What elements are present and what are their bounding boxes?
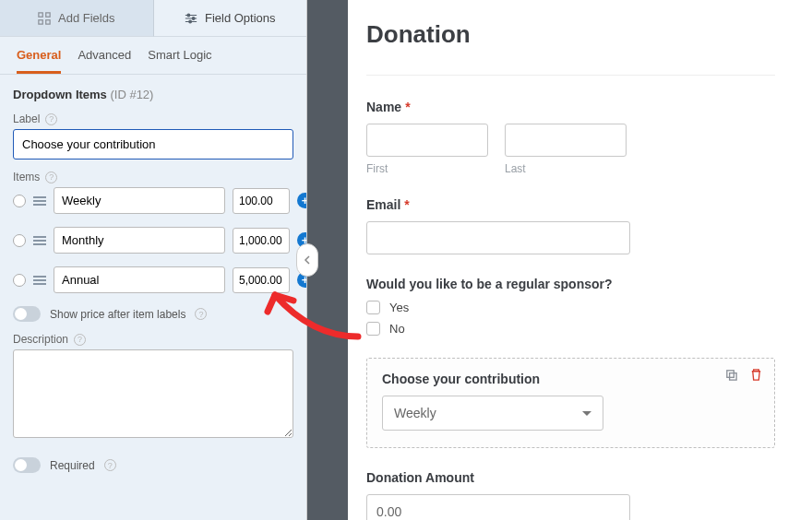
tab-add-fields[interactable]: Add Fields	[0, 0, 154, 37]
default-radio[interactable]	[13, 195, 26, 207]
item-price-input[interactable]	[233, 228, 290, 254]
help-icon[interactable]: ?	[45, 171, 57, 183]
help-icon[interactable]: ?	[104, 459, 116, 471]
item-name-input[interactable]	[54, 266, 225, 293]
svg-rect-7	[727, 371, 734, 378]
required-label: Required	[50, 459, 95, 472]
form-preview: Donation Name* First Last Email*	[348, 0, 812, 520]
required-toggle[interactable]	[13, 457, 41, 473]
contribution-dropdown[interactable]: Weekly	[382, 396, 603, 431]
option-no[interactable]: No	[366, 322, 775, 336]
grid-icon	[38, 12, 51, 25]
option-yes-label: Yes	[389, 301, 409, 314]
divider	[366, 75, 775, 76]
tab-field-options[interactable]: Field Options	[154, 0, 307, 37]
svg-point-6	[189, 20, 192, 23]
description-textarea[interactable]	[13, 349, 293, 438]
subtab-general[interactable]: General	[17, 48, 61, 74]
donation-amount-field: Donation Amount 0.00	[366, 470, 775, 520]
field-group-title: Dropdown Items (ID #12)	[13, 88, 293, 101]
option-no-label: No	[389, 322, 405, 336]
svg-rect-1	[46, 12, 50, 16]
form-title: Donation	[366, 20, 775, 49]
dropdown-selected-value: Weekly	[394, 406, 436, 420]
name-label: Name*	[366, 100, 775, 114]
email-input[interactable]	[366, 221, 630, 254]
help-icon[interactable]: ?	[74, 334, 86, 346]
drag-handle-icon[interactable]	[33, 276, 46, 285]
field-group-name: Dropdown Items	[13, 88, 107, 101]
option-yes[interactable]: Yes	[366, 301, 775, 314]
chevron-down-icon	[582, 411, 591, 416]
builder-sidebar: Add Fields Field Options General Advance…	[0, 0, 307, 520]
drag-handle-icon[interactable]	[33, 236, 46, 245]
subtab-smart-logic[interactable]: Smart Logic	[148, 48, 211, 74]
item-row: + –	[13, 266, 293, 293]
first-name-input[interactable]	[366, 124, 488, 157]
sidebar-top-tabs: Add Fields Field Options	[0, 0, 306, 37]
subtab-advanced[interactable]: Advanced	[78, 48, 131, 74]
duplicate-icon[interactable]	[724, 368, 738, 382]
checkbox-icon	[366, 301, 380, 314]
first-caption: First	[366, 162, 488, 175]
field-toolbar	[724, 368, 763, 382]
item-row: + –	[13, 187, 293, 214]
help-icon[interactable]: ?	[195, 308, 207, 320]
item-row: + –	[13, 227, 293, 254]
show-price-toggle[interactable]	[13, 306, 41, 322]
email-field: Email*	[366, 197, 775, 254]
default-radio[interactable]	[13, 234, 26, 247]
svg-rect-8	[730, 373, 737, 381]
last-caption: Last	[505, 162, 627, 175]
trash-icon[interactable]	[749, 368, 763, 382]
label-caption: Label	[13, 112, 40, 125]
drag-handle-icon[interactable]	[33, 196, 46, 206]
svg-point-4	[187, 14, 190, 17]
item-price-input[interactable]	[233, 267, 290, 293]
sidebar-sub-tabs: General Advanced Smart Logic	[0, 37, 306, 75]
item-name-input[interactable]	[54, 187, 225, 214]
checkbox-icon	[366, 322, 380, 336]
last-name-input[interactable]	[505, 124, 627, 157]
contribution-label: Choose your contribution	[382, 372, 759, 386]
sliders-icon	[185, 12, 197, 25]
sidebar-content: Dropdown Items (ID #12) Label ? Items ? …	[0, 75, 306, 520]
default-radio[interactable]	[13, 274, 26, 287]
collapse-sidebar-button[interactable]	[296, 243, 318, 277]
add-item-button[interactable]: +	[297, 193, 306, 208]
required-star-icon: *	[404, 197, 409, 212]
email-label: Email*	[366, 197, 775, 212]
item-price-input[interactable]	[233, 188, 290, 214]
svg-point-5	[192, 17, 195, 19]
donation-amount-value: 0.00	[376, 504, 401, 519]
donation-amount-label: Donation Amount	[366, 470, 775, 485]
show-price-label: Show price after item labels	[50, 308, 185, 321]
donation-amount-input[interactable]: 0.00	[366, 494, 630, 520]
svg-rect-3	[46, 19, 50, 23]
svg-rect-2	[39, 19, 42, 23]
tab-field-options-label: Field Options	[205, 11, 276, 25]
items-caption: Items	[13, 171, 40, 183]
items-list: + – + – + –	[13, 187, 293, 293]
help-icon[interactable]: ?	[45, 113, 57, 125]
chevron-left-icon	[304, 255, 311, 265]
description-caption: Description	[13, 333, 68, 346]
required-star-icon: *	[405, 100, 410, 114]
item-name-input[interactable]	[54, 227, 225, 254]
svg-rect-0	[39, 12, 42, 16]
contribution-field-selected[interactable]: Choose your contribution Weekly	[366, 358, 775, 448]
sponsor-field: Would you like to be a regular sponsor? …	[366, 277, 775, 336]
sponsor-question-label: Would you like to be a regular sponsor?	[366, 277, 775, 291]
field-id-label: (ID #12)	[110, 88, 153, 101]
name-field: Name* First Last	[366, 100, 775, 175]
tab-add-fields-label: Add Fields	[58, 11, 114, 25]
panel-divider	[307, 0, 348, 520]
label-input[interactable]	[13, 129, 293, 160]
